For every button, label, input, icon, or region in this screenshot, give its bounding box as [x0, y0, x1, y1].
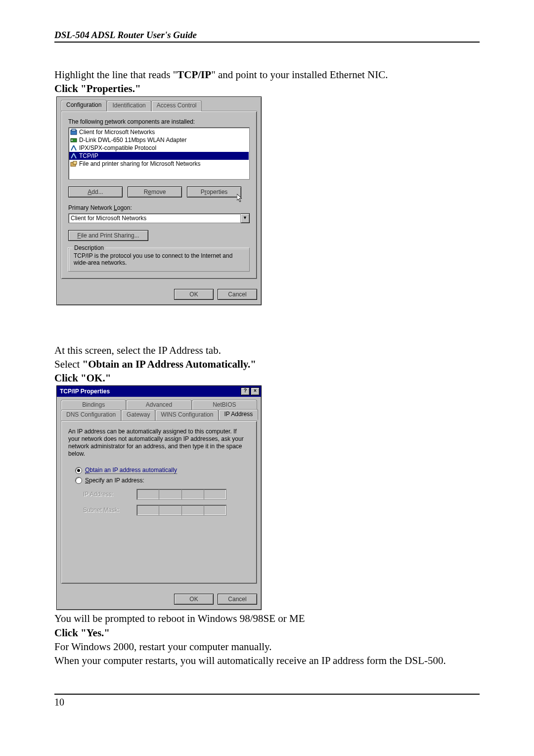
- close-button[interactable]: ×: [251, 387, 260, 395]
- instruction-mid-1: At this screen, select the IP Address ta…: [54, 344, 480, 357]
- svg-rect-3: [71, 140, 73, 141]
- svg-line-6: [71, 153, 74, 158]
- nic-icon: [70, 137, 77, 143]
- tab-dns[interactable]: DNS Configuration: [61, 410, 121, 421]
- components-list[interactable]: Client for Microsoft Networks D-Link DWL…: [68, 127, 250, 180]
- ip-desc-text: An IP address can be automatically assig…: [68, 428, 250, 458]
- ip-address-field: [136, 489, 226, 500]
- description-text: TCP/IP is the protocol you use to connec…: [74, 252, 244, 266]
- svg-rect-9: [73, 161, 77, 164]
- add-button[interactable]: Add...: [68, 187, 123, 197]
- instruction-out-4: When your computer restarts, you will au…: [54, 654, 480, 667]
- file-print-sharing-button[interactable]: File and Print Sharing...: [68, 230, 148, 241]
- instruction-line-2: Click "Properties.": [54, 82, 480, 95]
- running-header: DSL-504 ADSL Router User's Guide: [54, 30, 480, 43]
- svg-line-4: [71, 145, 74, 150]
- network-dialog: Configuration Identification Access Cont…: [56, 96, 262, 305]
- tab-configuration[interactable]: Configuration: [61, 100, 107, 111]
- instruction-out-2: Click "Yes.": [54, 626, 480, 639]
- tab-netbios[interactable]: NetBIOS: [192, 400, 257, 410]
- dialog-title: TCP/IP Properties: [60, 388, 110, 395]
- cursor-icon: [237, 194, 244, 203]
- protocol-icon: [70, 152, 77, 159]
- page-footer: 10: [54, 694, 480, 708]
- primary-logon-combo[interactable]: Client for Microsoft Networks ▼: [68, 213, 250, 223]
- list-item-selected[interactable]: TCP/IP: [69, 152, 249, 160]
- remove-button[interactable]: Remove: [128, 187, 182, 197]
- radio-obtain-auto[interactable]: Obtain an IP address automatically: [75, 467, 250, 474]
- chevron-down-icon[interactable]: ▼: [241, 213, 250, 223]
- cancel-button[interactable]: Cancel: [218, 289, 257, 300]
- instruction-line-1: Highlight the line that reads "TCP/IP" a…: [54, 68, 480, 81]
- description-group: Description TCP/IP is the protocol you u…: [68, 248, 250, 272]
- radio-dot-icon: [75, 477, 82, 484]
- subnet-mask-label: Subnet Mask:: [83, 507, 128, 514]
- client-icon: [70, 129, 77, 136]
- properties-button[interactable]: Properties: [187, 187, 241, 197]
- svg-line-7: [74, 153, 76, 158]
- list-item[interactable]: File and printer sharing for Microsoft N…: [69, 160, 249, 168]
- svg-marker-10: [237, 194, 242, 202]
- list-item[interactable]: Client for Microsoft Networks: [69, 128, 249, 136]
- help-button[interactable]: ?: [241, 387, 250, 395]
- tcpip-properties-dialog: TCP/IP Properties ? × Bindings Advanced …: [56, 385, 262, 610]
- list-item[interactable]: IPX/SPX-compatible Protocol: [69, 144, 249, 152]
- radio-dot-icon: [75, 467, 82, 474]
- instruction-out-3: For Windows 2000, restart your computer …: [54, 640, 480, 653]
- radio-specify[interactable]: Specify an IP address:: [75, 477, 250, 484]
- svg-line-5: [74, 145, 76, 150]
- tab-identification[interactable]: Identification: [107, 100, 151, 111]
- instruction-out-1: You will be prompted to reboot in Window…: [54, 612, 480, 625]
- tab-advanced[interactable]: Advanced: [126, 400, 191, 410]
- page-number: 10: [54, 697, 64, 708]
- protocol-icon: [70, 144, 77, 151]
- instruction-mid-3: Click "OK.": [54, 372, 480, 384]
- service-icon: [70, 160, 77, 167]
- tab-ip-address[interactable]: IP Address: [219, 409, 258, 420]
- list-item[interactable]: D-Link DWL-650 11Mbps WLAN Adapter: [69, 136, 249, 144]
- tab-access-control[interactable]: Access Control: [151, 100, 202, 111]
- network-tabs: Configuration Identification Access Cont…: [61, 100, 257, 111]
- ok-button[interactable]: OK: [174, 594, 214, 605]
- ip-address-label: IP Address:: [83, 491, 128, 498]
- ok-button[interactable]: OK: [174, 289, 214, 300]
- tab-bindings[interactable]: Bindings: [61, 400, 126, 410]
- instruction-mid-2: Select Select "Obtain an IP Address Auto…: [54, 358, 480, 371]
- installed-label: The following network components are ins…: [68, 118, 250, 125]
- titlebar: TCP/IP Properties ? ×: [57, 386, 261, 397]
- svg-rect-1: [72, 129, 76, 131]
- subnet-mask-field: [136, 505, 226, 516]
- cancel-button[interactable]: Cancel: [218, 594, 257, 605]
- primary-logon-label: Primary Network Logon:: [68, 204, 250, 211]
- tab-gateway[interactable]: Gateway: [121, 410, 155, 421]
- tab-wins[interactable]: WINS Configuration: [155, 410, 219, 421]
